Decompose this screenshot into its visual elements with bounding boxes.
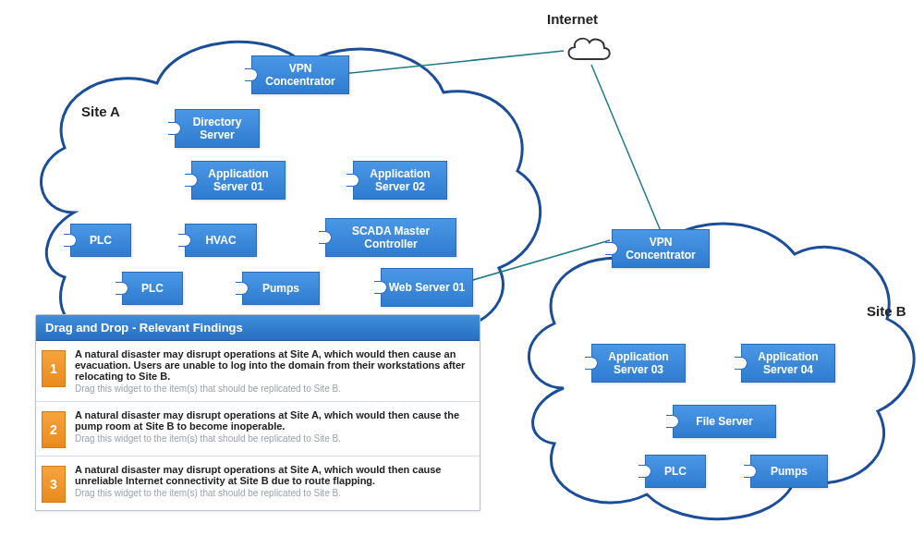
node-app-server-03[interactable]: Application Server 03 (591, 344, 686, 383)
node-label: HVAC (205, 234, 236, 247)
finding-text: A natural disaster may disrupt operation… (75, 464, 470, 486)
finding-text: A natural disaster may disrupt operation… (75, 348, 470, 382)
node-label: PLC (664, 465, 687, 478)
node-pumps-a[interactable]: Pumps (242, 272, 320, 305)
node-label: PLC (141, 282, 164, 295)
node-label: VPN Concentrator (258, 62, 343, 89)
node-directory-server[interactable]: Directory Server (175, 109, 260, 148)
node-label: Directory Server (181, 116, 253, 142)
node-label: Application Server 02 (359, 167, 441, 194)
line-internet-vpnB (591, 65, 661, 231)
findings-panel: Drag and Drop - Relevant Findings 1 A na… (35, 314, 480, 511)
finding-item[interactable]: 3 A natural disaster may disrupt operati… (36, 457, 480, 510)
node-scada[interactable]: SCADA Master Controller (325, 218, 456, 257)
node-label: Application Server 04 (748, 350, 829, 377)
node-plc-a1[interactable]: PLC (70, 224, 131, 257)
finding-item[interactable]: 1 A natural disaster may disrupt operati… (36, 341, 480, 402)
line-vpnA-internet (342, 51, 564, 74)
node-vpn-concentrator-a[interactable]: VPN Concentrator (251, 55, 349, 94)
node-label: Web Server 01 (389, 281, 466, 294)
label-site-a: Site A (81, 103, 120, 119)
finding-badge: 3 (42, 466, 66, 503)
node-label: VPN Concentrator (618, 236, 703, 262)
node-label: Pumps (262, 282, 299, 295)
node-label: File Server (696, 415, 752, 428)
node-label: PLC (90, 234, 112, 247)
findings-panel-header: Drag and Drop - Relevant Findings (36, 315, 480, 341)
node-hvac[interactable]: HVAC (185, 224, 257, 257)
node-file-server[interactable]: File Server (673, 405, 776, 438)
cloud-site-b (529, 224, 914, 519)
finding-hint: Drag this widget to the item(s) that sho… (75, 383, 470, 394)
node-plc-a2[interactable]: PLC (122, 272, 183, 305)
finding-hint: Drag this widget to the item(s) that sho… (75, 488, 470, 498)
node-label: Application Server 03 (598, 350, 679, 377)
node-vpn-concentrator-b[interactable]: VPN Concentrator (612, 229, 710, 268)
label-site-b: Site B (867, 303, 906, 319)
node-label: SCADA Master Controller (332, 225, 450, 251)
finding-item[interactable]: 2 A natural disaster may disrupt operati… (36, 402, 480, 457)
node-app-server-01[interactable]: Application Server 01 (191, 161, 286, 200)
cloud-internet-icon (562, 33, 614, 67)
finding-hint: Drag this widget to the item(s) that sho… (75, 433, 470, 444)
label-internet: Internet (547, 11, 598, 27)
node-pumps-b[interactable]: Pumps (750, 455, 828, 488)
node-app-server-02[interactable]: Application Server 02 (353, 161, 447, 200)
node-app-server-04[interactable]: Application Server 04 (741, 344, 835, 383)
node-plc-b[interactable]: PLC (645, 455, 706, 488)
finding-badge: 1 (42, 350, 66, 387)
finding-badge: 2 (42, 411, 66, 448)
node-web-server-01[interactable]: Web Server 01 (381, 268, 473, 307)
finding-text: A natural disaster may disrupt operation… (75, 409, 470, 432)
node-label: Pumps (771, 465, 808, 478)
node-label: Application Server 01 (198, 167, 279, 194)
